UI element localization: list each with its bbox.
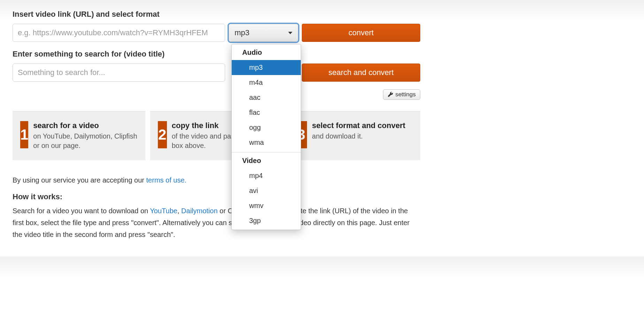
step-desc: and download it. [312,132,363,140]
step-card-1: 1 search for a video on YouTube, Dailymo… [13,111,145,160]
format-select-value: mp3 [235,28,250,37]
how-it-works-body: Search for a video you want to download … [13,205,420,240]
settings-button[interactable]: settings [383,89,420,100]
chevron-down-icon [288,32,292,34]
step-number: 1 [20,121,28,148]
how-it-works-heading: How it works: [13,192,420,201]
body-text: Search for a video you want to download … [13,207,150,215]
dailymotion-link[interactable]: Dailymotion [181,207,217,215]
steps-row: 1 search for a video on YouTube, Dailymo… [13,111,420,160]
settings-button-label: settings [395,91,416,98]
search-input[interactable] [13,64,225,82]
wrench-icon [388,92,393,97]
dropdown-item-flac[interactable]: flac [232,105,301,120]
dropdown-item-wma[interactable]: wma [232,135,301,150]
dropdown-item-3gp[interactable]: 3gp [232,213,301,228]
terms-prefix: By using our service you are accepting o… [13,176,146,184]
dropdown-item-mp4[interactable]: mp4 [232,168,301,183]
step-title: select format and convert [312,121,405,130]
dropdown-item-avi[interactable]: avi [232,183,301,198]
dropdown-item-mp3[interactable]: mp3 [232,60,301,75]
youtube-link[interactable]: YouTube [150,207,177,215]
format-select[interactable]: mp3 [229,24,298,42]
url-form-row: mp3 convert [13,24,420,42]
search-convert-button[interactable]: search and convert [302,64,420,82]
dropdown-item-m4a[interactable]: m4a [232,75,301,90]
dropdown-item-aac[interactable]: aac [232,90,301,105]
url-input[interactable] [13,24,225,42]
dropdown-group-video: Video [232,153,301,168]
step-desc: on YouTube, Dailymotion, Clipfish or on … [33,132,137,149]
dropdown-item-wmv[interactable]: wmv [232,198,301,213]
step-card-3: 3 select format and convert and download… [288,111,420,160]
dropdown-item-ogg[interactable]: ogg [232,120,301,135]
convert-button[interactable]: convert [302,24,420,42]
step-title: search for a video [33,121,137,130]
step-number: 2 [158,121,167,148]
search-input-label: Enter something to search for (video tit… [13,50,420,59]
url-input-label: Insert video link (URL) and select forma… [13,10,420,19]
terms-paragraph: By using our service you are accepting o… [13,174,420,186]
terms-link[interactable]: terms of use. [146,176,187,184]
search-form-row: search and convert [13,64,420,82]
dropdown-group-audio: Audio [232,44,301,60]
format-dropdown-panel: Audio mp3 m4a aac flac ogg wma Video mp4… [231,44,301,230]
